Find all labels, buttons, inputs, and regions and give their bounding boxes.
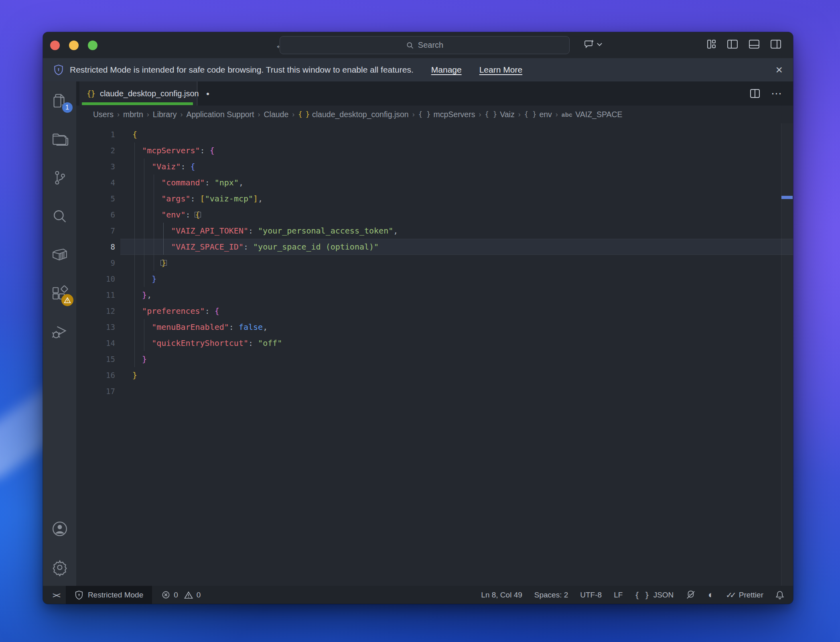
line-number[interactable]: 3 (76, 158, 115, 175)
breadcrumb-item[interactable]: Library (153, 110, 177, 119)
breadcrumb-separator: › (147, 110, 149, 119)
breadcrumb-item[interactable]: Claude (264, 110, 289, 119)
breadcrumb-item[interactable]: { }mcpServers (418, 110, 475, 119)
restricted-mode-label: Restricted Mode (88, 591, 143, 599)
indentation-status[interactable]: Spaces: 2 (534, 591, 568, 599)
sidebar-item-search[interactable] (49, 206, 70, 227)
line-number[interactable]: 11 (76, 287, 115, 303)
zoom-window-button[interactable] (88, 41, 97, 50)
line-number[interactable]: 17 (76, 383, 115, 399)
line-number[interactable]: 12 (76, 303, 115, 319)
warnings-count: 0 (197, 591, 201, 599)
breadcrumb-item[interactable]: abcVAIZ_SPACE (562, 110, 623, 119)
line-number[interactable]: 10 (76, 271, 115, 287)
code-line[interactable]: 7 "VAIZ_API_TOKEN": "your_personal_acces… (76, 223, 793, 239)
code-line[interactable]: 13 "menuBarEnabled": false, (76, 319, 793, 335)
code-line[interactable]: 10 } (76, 271, 793, 287)
code-line[interactable]: 11 }, (76, 287, 793, 303)
breadcrumb-separator: › (412, 110, 415, 119)
code-line[interactable]: 17 (76, 383, 793, 399)
code-line[interactable]: 3 "Vaiz": { (76, 158, 793, 175)
tab-filename: claude_desktop_config.json (100, 89, 199, 98)
line-number[interactable]: 9 (76, 255, 115, 271)
remote-indicator-icon[interactable]: >< (52, 591, 66, 599)
line-number[interactable]: 13 (76, 319, 115, 335)
close-window-button[interactable] (50, 41, 60, 50)
sidebar-item-folder[interactable] (49, 129, 70, 150)
line-number[interactable]: 1 (76, 126, 115, 142)
tab-bar: {} claude_desktop_config.json ● ⋯ (76, 81, 793, 106)
code-line[interactable]: 15 } (76, 351, 793, 367)
breadcrumb-item[interactable]: Application Support (186, 110, 254, 119)
more-actions-icon[interactable]: ⋯ (771, 87, 783, 100)
learn-more-link[interactable]: Learn More (479, 65, 522, 75)
manage-link[interactable]: Manage (431, 65, 462, 75)
code-text: } (132, 367, 137, 383)
code-line[interactable]: 12 "preferences": { (76, 303, 793, 319)
code-line[interactable]: 16} (76, 367, 793, 383)
line-number[interactable]: 14 (76, 335, 115, 351)
customize-layout-icon[interactable] (706, 39, 717, 50)
tab-claude-desktop-config[interactable]: {} claude_desktop_config.json ● (79, 81, 197, 106)
breadcrumb-label: mcpServers (433, 110, 475, 119)
code-line[interactable]: 1{ (76, 126, 793, 142)
toggle-primary-sidebar-icon[interactable] (726, 39, 739, 50)
double-check-icon: ✓✓ (726, 590, 735, 600)
line-number[interactable]: 15 (76, 351, 115, 367)
breadcrumb-label: Library (153, 110, 177, 119)
account-icon (51, 520, 69, 538)
toggle-panel-icon[interactable] (748, 39, 760, 50)
toggle-secondary-sidebar-icon[interactable] (770, 39, 782, 50)
cursor-position-status[interactable]: Ln 8, Col 49 (481, 591, 522, 599)
line-number[interactable]: 6 (76, 207, 115, 223)
editor[interactable]: 1{2 "mcpServers": {3 "Vaiz": {4 "command… (76, 123, 793, 586)
minimize-window-button[interactable] (69, 41, 79, 50)
chat-toggle-button[interactable] (584, 39, 601, 50)
line-number[interactable]: 4 (76, 175, 115, 191)
code-line[interactable]: 8 "VAIZ_SPACE_ID": "your_space_id (optio… (76, 239, 793, 255)
line-number[interactable]: 8 (76, 239, 115, 255)
breadcrumb-label: env (539, 110, 552, 119)
line-number[interactable]: 2 (76, 142, 115, 158)
code-text: "VAIZ_SPACE_ID": "your_space_id (optiona… (132, 239, 379, 255)
sidebar-item-settings[interactable] (49, 557, 70, 578)
code-line[interactable]: 6 "env": { (76, 207, 793, 223)
code-line[interactable]: 2 "mcpServers": { (76, 142, 793, 158)
breadcrumb-separator: › (518, 110, 521, 119)
code-line[interactable]: 9 } (76, 255, 793, 271)
code-line[interactable]: 5 "args": ["vaiz-mcp"], (76, 191, 793, 207)
breadcrumb-item[interactable]: { }Vaiz (485, 110, 514, 119)
problems-status[interactable]: 0 0 (152, 591, 201, 599)
language-mode-status[interactable]: { } JSON (635, 591, 674, 599)
copilot-disabled-icon[interactable] (686, 590, 696, 600)
eol-status[interactable]: LF (614, 591, 623, 599)
sidebar-item-source-control[interactable] (49, 167, 70, 188)
code-text: "menuBarEnabled": false, (132, 319, 268, 335)
breadcrumb-separator: › (556, 110, 558, 119)
code-text: "preferences": { (132, 303, 219, 319)
banner-close-icon[interactable]: × (775, 64, 783, 76)
notifications-bell-icon[interactable] (775, 590, 784, 600)
chat-sparkle-icon (584, 39, 595, 50)
breadcrumb-item[interactable]: { }claude_desktop_config.json (298, 110, 408, 119)
line-number[interactable]: 16 (76, 367, 115, 383)
code-line[interactable]: 14 "quickEntryShortcut": "off" (76, 335, 793, 351)
search-input[interactable]: Search (280, 36, 570, 54)
breadcrumb-item[interactable]: { }env (524, 110, 552, 119)
formatter-status[interactable]: ✓✓ Prettier (726, 590, 763, 600)
sidebar-item-account[interactable] (49, 518, 70, 539)
breadcrumb-item[interactable]: mbrtn (123, 110, 143, 119)
code-line[interactable]: 4 "command": "npx", (76, 175, 793, 191)
sidebar-item-extensions[interactable] (49, 283, 70, 304)
split-editor-icon[interactable] (749, 88, 761, 99)
sidebar-item-explorer[interactable]: 1 (49, 90, 70, 111)
restricted-mode-status[interactable]: Restricted Mode (66, 586, 152, 604)
encoding-status[interactable]: UTF-8 (580, 591, 602, 599)
line-number[interactable]: 5 (76, 191, 115, 207)
breadcrumb-item[interactable]: Users (93, 110, 114, 119)
contrast-toggle-icon[interactable]: ◐ (708, 590, 714, 599)
sidebar-item-containers[interactable] (49, 244, 70, 265)
line-number[interactable]: 7 (76, 223, 115, 239)
folder-icon (51, 131, 69, 147)
sidebar-item-run-debug[interactable] (49, 321, 70, 342)
